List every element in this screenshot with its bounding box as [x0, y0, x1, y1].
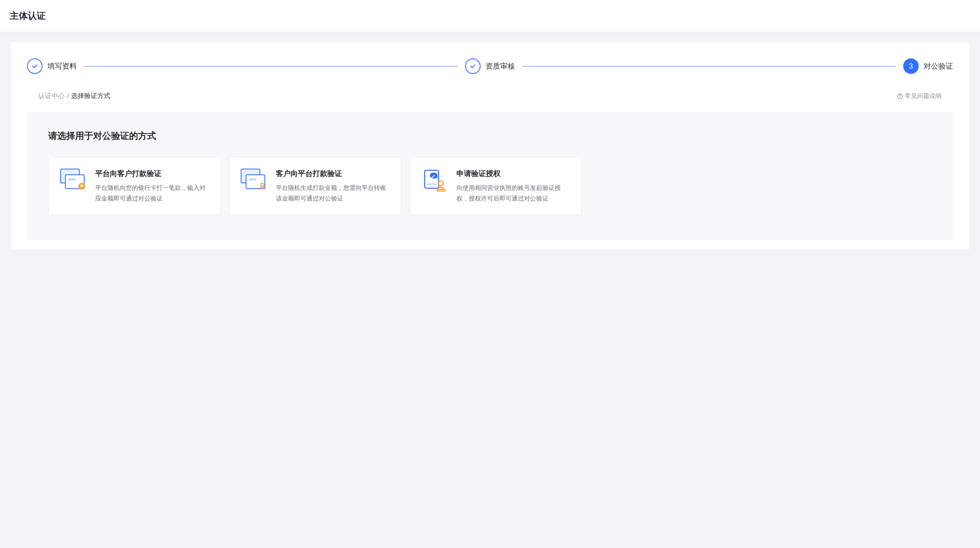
option-desc: 平台随机向您的银行卡打一笔款，输入对应金额即可通过对公验证 — [95, 183, 209, 203]
breadcrumb-current: 选择验证方式 — [71, 92, 110, 100]
option-desc: 平台随机生成打款金额，您需向平台转账该金额即可通过对公验证 — [276, 183, 389, 203]
step-line-1 — [84, 66, 458, 67]
main-card: 填写资料 资质审核 3 对公验证 认证中心 / 选择验证方式 — [11, 42, 969, 249]
step-3: 3 对公验证 — [903, 58, 953, 74]
svg-point-2 — [261, 183, 264, 186]
body-wrap: 填写资料 资质审核 3 对公验证 认证中心 / 选择验证方式 — [0, 32, 980, 548]
breadcrumb-row: 认证中心 / 选择验证方式 常见问题说明 — [27, 92, 953, 100]
breadcrumb: 认证中心 / 选择验证方式 — [38, 92, 110, 100]
page-title: 主体认证 — [10, 10, 970, 22]
stepper: 填写资料 资质审核 3 对公验证 — [27, 58, 953, 74]
svg-point-5 — [439, 181, 443, 186]
document-stamp-icon — [421, 169, 447, 192]
step-2-check-icon — [465, 58, 481, 74]
svg-point-1 — [899, 97, 900, 98]
option-platform-to-customer[interactable]: 平台向客户打款验证 平台随机向您的银行卡打一笔款，输入对应金额即可通过对公验证 — [48, 157, 221, 215]
page-header: 主体认证 — [0, 0, 980, 32]
option-customer-to-platform[interactable]: 客户向平台打款验证 平台随机生成打款金额，您需向平台转账该金额即可通过对公验证 — [229, 157, 401, 215]
help-icon — [897, 93, 903, 100]
option-auth-request[interactable]: 申请验证授权 向使用相同营业执照的账号发起验证授权，授权许可后即可通过对公验证 — [409, 157, 582, 215]
option-title: 平台向客户打款验证 — [95, 169, 209, 178]
option-desc: 向使用相同营业执照的账号发起验证授权，授权许可后即可通过对公验证 — [456, 183, 570, 203]
faq-label: 常见问题说明 — [905, 92, 942, 100]
svg-rect-7 — [437, 189, 445, 191]
step-2: 资质审核 — [465, 58, 515, 74]
breadcrumb-root[interactable]: 认证中心 — [38, 92, 65, 100]
bank-card-aperture-icon — [60, 169, 86, 192]
section-title: 请选择用于对公验证的方式 — [48, 130, 932, 142]
step-3-label: 对公验证 — [924, 61, 953, 71]
option-text: 申请验证授权 向使用相同营业执照的账号发起验证授权，授权许可后即可通过对公验证 — [456, 169, 570, 203]
step-3-number-icon: 3 — [903, 58, 919, 74]
breadcrumb-sep: / — [67, 93, 69, 100]
bank-card-person-icon — [241, 169, 267, 192]
option-title: 客户向平台打款验证 — [276, 169, 389, 178]
option-title: 申请验证授权 — [456, 169, 570, 178]
verification-methods-section: 请选择用于对公验证的方式 平台向客户打款验证 平台随机向您的银行卡打一笔款，输入… — [27, 112, 953, 240]
step-line-2 — [522, 66, 896, 67]
step-1: 填写资料 — [27, 58, 77, 74]
step-1-check-icon — [27, 58, 43, 74]
option-text: 平台向客户打款验证 平台随机向您的银行卡打一笔款，输入对应金额即可通过对公验证 — [95, 169, 209, 203]
step-1-label: 填写资料 — [47, 61, 77, 71]
options-grid: 平台向客户打款验证 平台随机向您的银行卡打一笔款，输入对应金额即可通过对公验证 — [48, 157, 932, 215]
faq-link[interactable]: 常见问题说明 — [897, 92, 942, 100]
option-text: 客户向平台打款验证 平台随机生成打款金额，您需向平台转账该金额即可通过对公验证 — [276, 169, 389, 203]
step-2-label: 资质审核 — [486, 61, 515, 71]
